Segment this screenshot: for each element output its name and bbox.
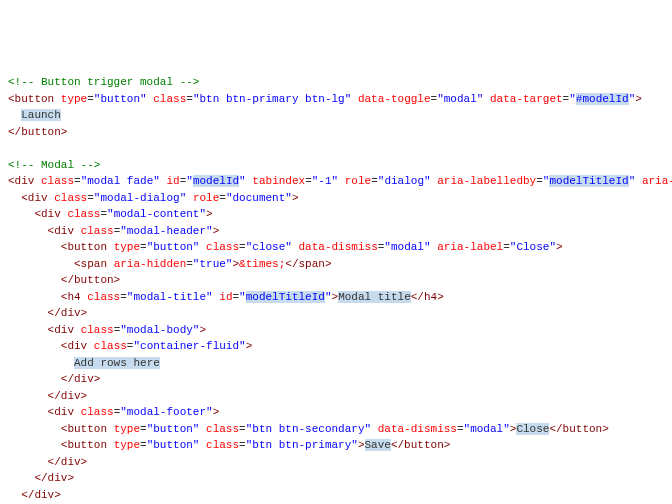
highlight-modal-title: Modal title bbox=[338, 291, 411, 303]
tag-button-close: </button> bbox=[8, 126, 67, 138]
highlight-add-rows: Add rows here bbox=[74, 357, 160, 369]
highlight-launch: Launch bbox=[21, 109, 61, 121]
times-entity: &times; bbox=[239, 258, 285, 270]
comment-modal: <!-- Modal --> bbox=[8, 159, 100, 171]
highlight-save-text: Save bbox=[365, 439, 391, 451]
highlight-model-id-target: #modelId bbox=[576, 93, 629, 105]
comment-trigger: <!-- Button trigger modal --> bbox=[8, 76, 199, 88]
highlight-model-title-id: modelTitleId bbox=[246, 291, 325, 303]
highlight-model-title-id-ref: modelTitleId bbox=[549, 175, 628, 187]
highlight-close-text: Close bbox=[516, 423, 549, 435]
code-block: <!-- Button trigger modal --> <button ty… bbox=[8, 74, 664, 504]
highlight-model-id: modelId bbox=[193, 175, 239, 187]
tag-button-open: <button bbox=[8, 93, 61, 105]
